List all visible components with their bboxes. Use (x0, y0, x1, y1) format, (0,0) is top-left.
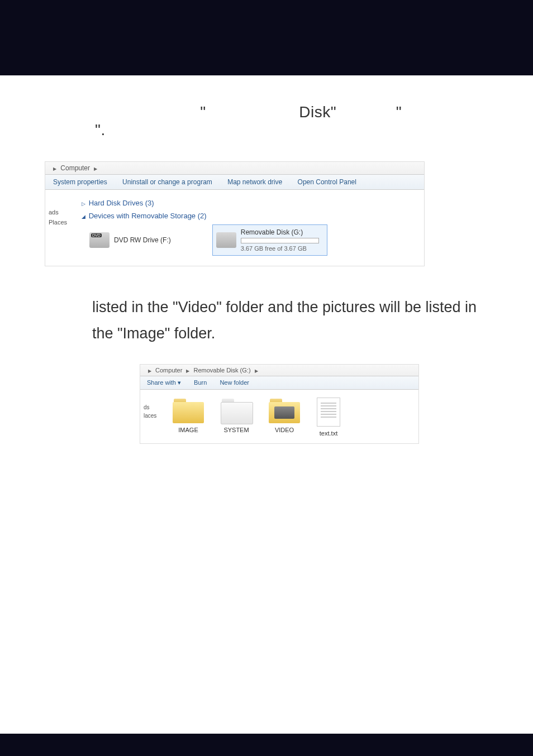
sidebar-item-ds[interactable]: ds (144, 404, 166, 410)
explorer-toolbar: System properties Uninstall or change a … (45, 175, 424, 190)
quote-open-1: " (200, 103, 206, 121)
folder-video[interactable]: VIDEO (269, 398, 300, 437)
expand-open-icon: ◢ (82, 214, 85, 219)
explorer-computer-screenshot: ▶ Computer ▶ System properties Uninstall… (45, 161, 425, 266)
chevron-right-icon: ▶ (94, 166, 97, 171)
dvd-drive-item[interactable]: DVD RW Drive (F:) (87, 224, 173, 256)
removable-group-header[interactable]: ◢ Devices with Removable Storage (2) (82, 212, 418, 220)
sidebar-item-places[interactable]: Places (49, 219, 74, 226)
folder-image[interactable]: IMAGE (173, 398, 204, 437)
share-with-button[interactable]: Share with ▾ (147, 379, 181, 386)
chevron-right-icon: ▶ (53, 166, 56, 171)
dvd-drive-label: DVD RW Drive (F:) (114, 236, 171, 244)
open-control-panel-button[interactable]: Open Control Panel (298, 178, 356, 186)
chevron-right-icon: ▶ (255, 369, 258, 374)
page-footer-bar (0, 734, 533, 756)
capacity-bar (241, 238, 319, 243)
dvd-drive-icon (89, 232, 110, 248)
folder-video-label: VIDEO (275, 427, 294, 433)
removable-disk-icon (216, 232, 236, 248)
map-network-drive-button[interactable]: Map network drive (227, 178, 282, 186)
folder-system-label: SYSTEM (223, 427, 249, 433)
breadcrumb-bar-2: ▶ Computer ▶ Removable Disk (G:) ▶ (140, 365, 418, 376)
breadcrumb-bar: ▶ Computer ▶ (45, 162, 424, 175)
body-paragraph: listed in the "Video" folder and the pic… (92, 294, 494, 347)
folder-icon (269, 398, 300, 423)
explorer-removable-disk-screenshot: ▶ Computer ▶ Removable Disk (G:) ▶ Share… (140, 364, 419, 444)
disk-word: Disk" (299, 103, 336, 121)
breadcrumb-computer[interactable]: Computer (60, 164, 90, 172)
explorer-toolbar-2: Share with ▾ Burn New folder (140, 376, 418, 390)
new-folder-button[interactable]: New folder (220, 379, 249, 386)
text-file-icon (317, 398, 340, 427)
capacity-text: 3.67 GB free of 3.67 GB (241, 245, 319, 252)
file-text-txt[interactable]: text.txt (317, 398, 340, 437)
sidebar-item-ads[interactable]: ads (49, 209, 74, 216)
folder-system[interactable]: SYSTEM (221, 398, 252, 437)
quote-open-2: " (396, 103, 402, 121)
burn-button[interactable]: Burn (194, 379, 207, 386)
removable-disk-label: Removable Disk (G:) (241, 228, 319, 236)
uninstall-program-button[interactable]: Uninstall or change a program (122, 178, 212, 186)
hdd-group-header[interactable]: ▷ Hard Disk Drives (3) (82, 199, 418, 207)
page-header-bar (0, 0, 533, 75)
sidebar-item-laces[interactable]: laces (144, 413, 166, 419)
expand-collapsed-icon: ▷ (82, 201, 85, 207)
folder-image-label: IMAGE (178, 427, 198, 433)
quote-close-2: ". (95, 121, 106, 138)
nav-sidebar-2: ds laces (140, 395, 167, 439)
nav-sidebar: ads Places (45, 194, 76, 258)
chevron-right-icon: ▶ (186, 369, 189, 374)
system-properties-button[interactable]: System properties (53, 178, 107, 186)
instruction-line-1: " Disk" " ". (95, 103, 494, 139)
folder-icon (173, 398, 204, 423)
chevron-right-icon: ▶ (148, 369, 151, 374)
file-text-label: text.txt (320, 430, 337, 437)
breadcrumb-removable-disk[interactable]: Removable Disk (G:) (193, 367, 250, 374)
folder-icon (221, 398, 252, 423)
breadcrumb-computer-2[interactable]: Computer (155, 367, 182, 374)
removable-disk-item[interactable]: Removable Disk (G:) 3.67 GB free of 3.67… (212, 224, 327, 256)
